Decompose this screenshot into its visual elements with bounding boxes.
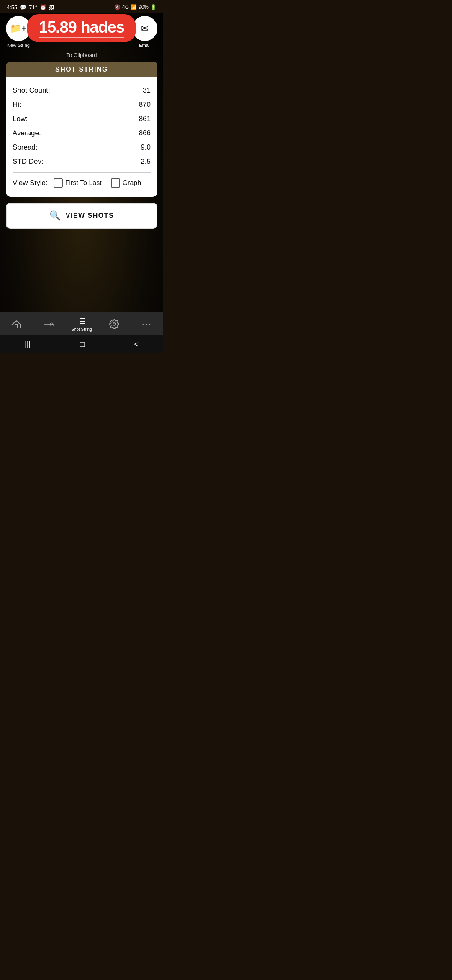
view-style-row: View Style: First To Last Graph — [13, 176, 151, 190]
email-button[interactable]: ✉ — [132, 16, 157, 41]
stat-label-stddev: STD Dev: — [13, 157, 44, 166]
recents-button[interactable]: ||| — [25, 340, 31, 349]
stat-label-shot-count: Shot Count: — [13, 86, 50, 95]
badge-title: 15.89 hades — [39, 18, 124, 36]
nav-item-more[interactable]: ··· — [134, 319, 159, 330]
nav-item-home[interactable] — [4, 319, 29, 329]
shot-string-card: SHOT STRING Shot Count: 31 Hi: 870 Low: … — [6, 62, 157, 197]
email-label: Email — [139, 43, 151, 48]
view-shots-label: VIEW SHOTS — [66, 212, 114, 219]
graph-group: Graph — [111, 178, 141, 188]
stat-value-spread: 9.0 — [141, 143, 151, 152]
email-wrapper: ✉ Email — [132, 16, 157, 48]
status-battery-icon: 🔋 — [150, 4, 157, 10]
card-body: Shot Count: 31 Hi: 870 Low: 861 Average:… — [6, 77, 157, 197]
graph-checkbox[interactable] — [111, 178, 120, 188]
stat-row-spread: Spread: 9.0 — [13, 140, 151, 155]
first-to-last-label: First To Last — [65, 179, 102, 187]
card-divider — [13, 172, 151, 173]
view-style-label: View Style: — [13, 179, 48, 187]
badge-popup: 15.89 hades — [27, 14, 136, 42]
stat-label-low: Low: — [13, 115, 28, 123]
status-temp: 71° — [29, 4, 37, 10]
stat-value-low: 861 — [139, 115, 151, 123]
stat-value-stddev: 2.5 — [141, 157, 151, 166]
card-header: SHOT STRING — [6, 62, 157, 77]
stat-value-average: 866 — [139, 129, 151, 137]
system-nav: ||| □ < — [0, 335, 163, 353]
status-time: 4:55 — [7, 4, 17, 10]
status-battery: 90% — [139, 4, 149, 10]
first-to-last-group: First To Last — [54, 178, 102, 188]
nav-item-shot-string[interactable]: Shot String — [69, 316, 94, 332]
svg-point-10 — [113, 323, 116, 325]
bottom-nav: Shot String ··· — [0, 312, 163, 335]
nav-item-rifle[interactable] — [36, 319, 62, 329]
stat-label-hi: Hi: — [13, 101, 21, 109]
folder-plus-icon: 📁+ — [10, 23, 27, 34]
status-alarm-icon: ⏰ — [40, 4, 46, 10]
rifle-icon — [43, 319, 55, 329]
new-string-label: New String — [7, 43, 30, 48]
status-network: 4G — [122, 4, 129, 10]
email-icon: ✉ — [141, 23, 149, 34]
stat-row-average: Average: 866 — [13, 126, 151, 140]
nav-item-settings[interactable] — [102, 319, 127, 329]
stat-row-stddev: STD Dev: 2.5 — [13, 155, 151, 169]
status-bar: 4:55 💬 71° ⏰ 🖼 🔇 4G 📶 90% 🔋 — [0, 0, 163, 13]
back-button[interactable]: < — [134, 340, 139, 349]
stat-label-spread: Spread: — [13, 143, 38, 152]
stat-value-shot-count: 31 — [143, 86, 151, 95]
list-icon — [77, 316, 87, 326]
nav-label-shot-string: Shot String — [71, 327, 92, 332]
main-content: 📁+ New String 15.89 hades ✉ Email To Cli… — [0, 13, 163, 229]
status-bubble-icon: 💬 — [20, 4, 26, 10]
clipboard-label: To Clipboard — [6, 52, 157, 58]
status-signal-icon: 📶 — [131, 4, 137, 10]
view-shots-button[interactable]: 🔍 VIEW SHOTS — [6, 203, 157, 229]
graph-label: Graph — [123, 179, 141, 187]
more-icon: ··· — [142, 319, 152, 330]
stat-value-hi: 870 — [139, 101, 151, 109]
first-to-last-checkbox[interactable] — [54, 178, 63, 188]
badge-underline — [39, 37, 124, 38]
stat-label-average: Average: — [13, 129, 41, 137]
stat-row-shot-count: Shot Count: 31 — [13, 83, 151, 98]
stat-row-hi: Hi: 870 — [13, 98, 151, 112]
stat-row-low: Low: 861 — [13, 112, 151, 126]
settings-icon — [109, 319, 119, 329]
home-button[interactable]: □ — [80, 340, 85, 349]
search-icon: 🔍 — [49, 210, 61, 221]
card-title: SHOT STRING — [55, 66, 108, 73]
header-row: 📁+ New String 15.89 hades ✉ Email — [6, 13, 157, 50]
status-image-icon: 🖼 — [49, 4, 54, 10]
status-mute-icon: 🔇 — [114, 4, 121, 10]
home-icon — [11, 319, 21, 329]
